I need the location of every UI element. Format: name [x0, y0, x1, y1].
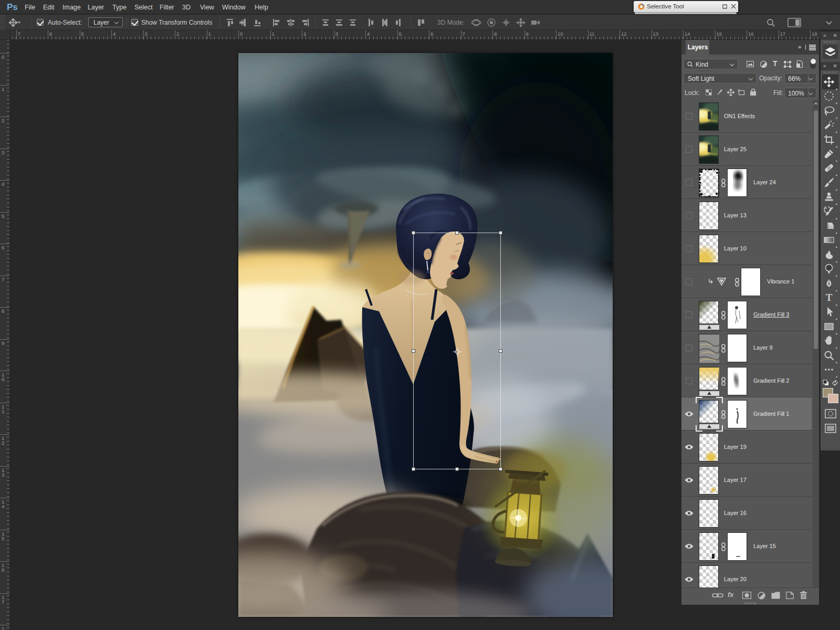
svg-text:T: T	[826, 292, 833, 303]
